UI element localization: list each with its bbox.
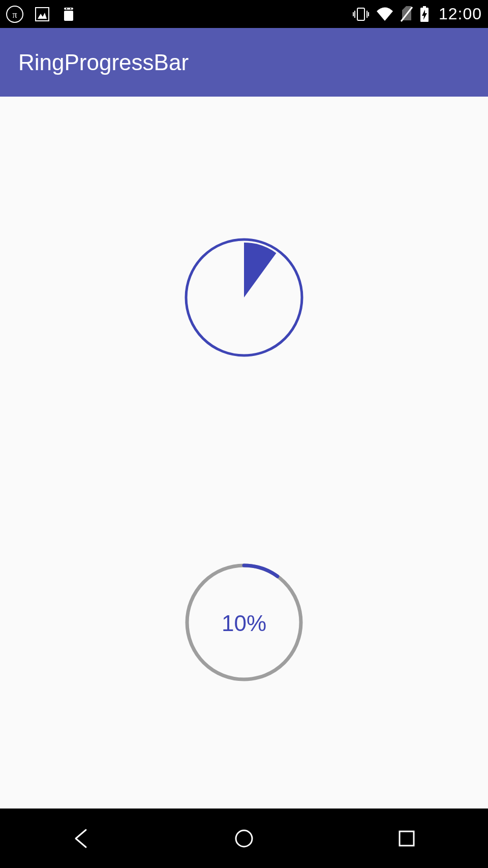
- home-icon: [231, 826, 257, 851]
- nav-recent-button[interactable]: [361, 809, 452, 868]
- navigation-bar: [0, 809, 488, 868]
- vibrate-icon: [352, 7, 370, 22]
- svg-point-7: [70, 8, 71, 9]
- svg-text:π: π: [12, 10, 17, 20]
- nav-back-button[interactable]: [36, 809, 127, 868]
- recent-icon: [394, 826, 419, 851]
- app-bar: RingProgressBar: [0, 28, 488, 97]
- svg-rect-4: [64, 11, 73, 21]
- app-title: RingProgressBar: [18, 50, 189, 75]
- ring-progress-pie: [185, 238, 303, 359]
- back-icon: [69, 826, 94, 851]
- ring-progress-label: 10%: [222, 611, 266, 636]
- content-area: 10%: [0, 97, 488, 809]
- status-bar: π 12:00: [0, 0, 488, 28]
- svg-rect-2: [36, 8, 49, 21]
- nav-home-button[interactable]: [198, 809, 290, 868]
- pi-icon: π: [6, 6, 23, 23]
- svg-point-6: [66, 8, 67, 9]
- pie-progress-svg: [185, 238, 303, 357]
- status-bar-right: 12:00: [352, 5, 482, 23]
- gallery-icon: [35, 7, 50, 22]
- svg-marker-3: [38, 13, 47, 19]
- svg-point-16: [236, 830, 252, 847]
- svg-rect-17: [400, 831, 414, 846]
- svg-rect-11: [423, 6, 426, 8]
- battery-charging-icon: [419, 6, 430, 23]
- android-icon: [61, 6, 76, 23]
- no-sim-icon: [400, 6, 413, 22]
- status-bar-left: π: [6, 6, 76, 23]
- ring-progress-circle: 10%: [185, 563, 303, 684]
- wifi-icon: [376, 7, 394, 22]
- status-time: 12:00: [439, 5, 482, 23]
- svg-rect-8: [357, 8, 364, 20]
- svg-rect-5: [64, 8, 73, 10]
